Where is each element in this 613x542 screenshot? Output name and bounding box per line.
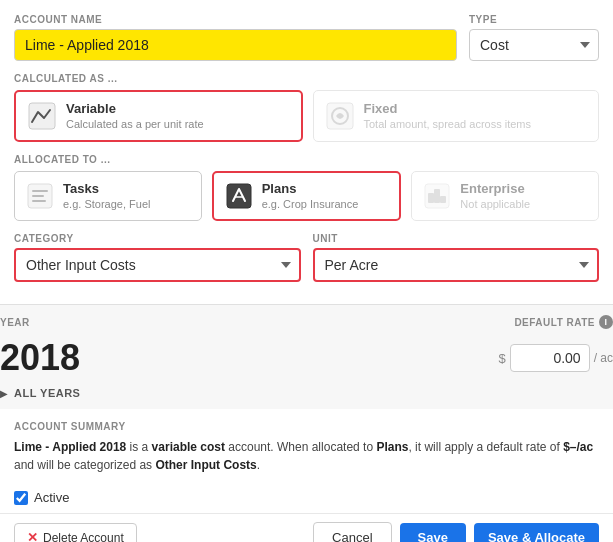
year-value: 2018 (0, 337, 80, 379)
svg-rect-5 (32, 195, 44, 197)
default-rate-label: DEFAULT RATE i (514, 315, 613, 329)
svg-rect-7 (227, 184, 251, 208)
variable-icon (26, 100, 58, 132)
save-allocate-button[interactable]: Save & Allocate (474, 523, 599, 542)
summary-account-name: Lime - Applied 2018 (14, 440, 126, 454)
delete-label: Delete Account (43, 531, 124, 543)
delete-account-button[interactable]: ✕ Delete Account (14, 523, 137, 542)
account-name-label: ACCOUNT NAME (14, 14, 457, 25)
type-select[interactable]: Cost Revenue (469, 29, 599, 61)
plans-placeholder: e.g. Crop Insurance (262, 198, 359, 210)
active-checkbox[interactable] (14, 491, 28, 505)
account-summary-text: Lime - Applied 2018 is a variable cost a… (14, 438, 599, 474)
summary-rate: $–/ac (563, 440, 593, 454)
svg-rect-12 (440, 196, 446, 203)
tasks-label: Tasks (63, 181, 150, 196)
enterprise-icon (422, 181, 452, 211)
cancel-button[interactable]: Cancel (313, 522, 391, 542)
plans-label: Plans (262, 181, 359, 196)
all-years-row[interactable]: ▶ ALL YEARS (0, 379, 613, 399)
dollar-sign: $ (498, 351, 505, 366)
svg-rect-4 (32, 190, 48, 192)
enterprise-value: Not applicable (460, 198, 530, 210)
rate-input[interactable] (510, 344, 590, 372)
all-years-label: ALL YEARS (14, 387, 80, 399)
tasks-option[interactable]: Tasks e.g. Storage, Fuel (14, 171, 202, 221)
fixed-icon (324, 100, 356, 132)
category-label: CATEGORY (14, 233, 301, 244)
variable-option[interactable]: Variable Calculated as a per unit rate (14, 90, 303, 142)
chevron-right-icon: ▶ (0, 388, 8, 399)
plans-icon (224, 181, 254, 211)
type-label: TYPE (469, 14, 599, 25)
summary-mid3: , it will apply a default rate of (408, 440, 563, 454)
unit-select[interactable]: Per Acre Per Unit Total (313, 248, 600, 282)
summary-mid1: is a (126, 440, 151, 454)
per-ac-label: / ac (594, 351, 613, 365)
summary-category: Other Input Costs (155, 458, 256, 472)
svg-rect-10 (428, 193, 434, 203)
summary-variable-cost: variable cost (152, 440, 225, 454)
info-icon[interactable]: i (599, 315, 613, 329)
calculated-as-label: CALCULATED AS ... (14, 73, 599, 84)
account-summary-title: ACCOUNT SUMMARY (14, 421, 599, 432)
category-select[interactable]: Other Input Costs Seed Fertilizer Chemic… (14, 248, 301, 282)
plans-option[interactable]: Plans e.g. Crop Insurance (212, 171, 402, 221)
fixed-label: Fixed (364, 101, 532, 116)
save-button[interactable]: Save (400, 523, 466, 542)
svg-rect-6 (32, 200, 46, 202)
variable-label: Variable (66, 101, 204, 116)
year-label: YEAR (0, 317, 30, 328)
summary-mid2: account. When allocated to (225, 440, 376, 454)
summary-end: . (257, 458, 260, 472)
summary-plans: Plans (376, 440, 408, 454)
unit-label: UNIT (313, 233, 600, 244)
fixed-description: Total amount, spread across items (364, 118, 532, 130)
allocated-to-label: ALLOCATED TO ... (14, 154, 599, 165)
fixed-option[interactable]: Fixed Total amount, spread across items (313, 90, 600, 142)
account-name-input[interactable] (14, 29, 457, 61)
summary-mid4: and will be categorized as (14, 458, 155, 472)
enterprise-label: Enterprise (460, 181, 530, 196)
enterprise-option[interactable]: Enterprise Not applicable (411, 171, 599, 221)
tasks-placeholder: e.g. Storage, Fuel (63, 198, 150, 210)
svg-rect-11 (434, 189, 440, 203)
tasks-icon (25, 181, 55, 211)
variable-description: Calculated as a per unit rate (66, 118, 204, 130)
delete-icon: ✕ (27, 530, 38, 542)
active-label: Active (34, 490, 69, 505)
